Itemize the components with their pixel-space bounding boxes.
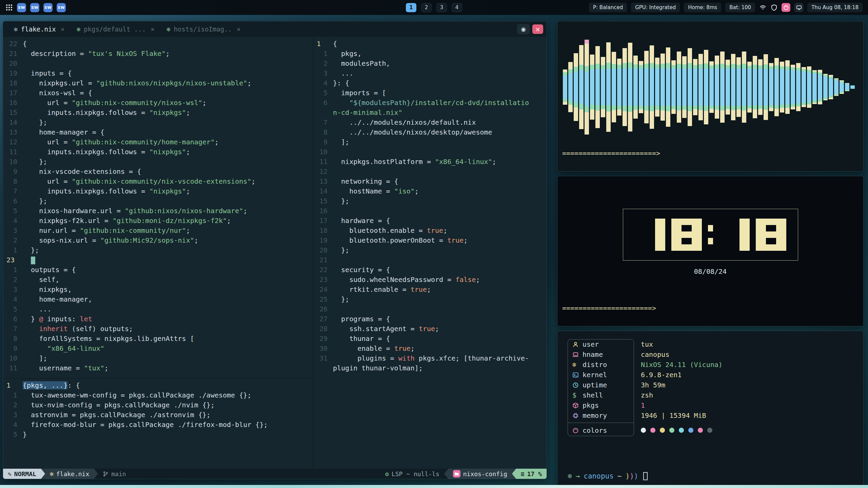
visualizer-column bbox=[850, 85, 855, 89]
line-number: 26 bbox=[313, 304, 333, 314]
tab-hosts-isoimage[interactable]: ❄ hosts/isoImag.. × bbox=[161, 21, 247, 37]
line-number: 8 bbox=[313, 127, 333, 137]
fetch-divider bbox=[568, 421, 852, 425]
tab-pkgs-default[interactable]: ❄ pkgs/default ... × bbox=[71, 21, 160, 37]
clock-terminal-window[interactable]: 08/08/24 ======================> Playing… bbox=[557, 176, 864, 326]
mode-label: NORMAL bbox=[14, 470, 36, 477]
taskbar-app-icon[interactable]: SW bbox=[57, 3, 66, 12]
package-icon bbox=[572, 402, 583, 409]
workspace-tag-2[interactable]: 2 bbox=[421, 3, 432, 12]
line-number: 8 bbox=[3, 177, 23, 186]
palette-dot bbox=[660, 428, 665, 433]
visualizer-column bbox=[623, 48, 627, 126]
workspace-tag-4[interactable]: 4 bbox=[452, 3, 462, 12]
shell-prompt[interactable]: ❄ → canopus ~ ))) bbox=[568, 472, 648, 480]
tty-clock: 08/08/24 bbox=[562, 180, 859, 304]
code-line: 11 username = "tux"; bbox=[3, 363, 313, 373]
taskbar-app-icon[interactable]: SW bbox=[17, 3, 26, 12]
fetch-label: distro bbox=[583, 361, 633, 369]
code-line: plugin thunar-volman]; bbox=[313, 363, 547, 373]
tab-close-icon[interactable]: × bbox=[237, 25, 240, 33]
code-line: 15 inputs.nixpkgs.follows = "nixpkgs"; bbox=[3, 108, 313, 118]
now-playing-line: Playing: ffee for your head) ** ♪ beabad… bbox=[562, 158, 859, 167]
code-line: 31 plugins = with pkgs.xfce; [thunar-arc… bbox=[313, 353, 547, 363]
line-number: 4 bbox=[313, 78, 333, 88]
player-separator: =======================> bbox=[562, 149, 859, 158]
palette-icon[interactable] bbox=[782, 3, 790, 12]
folder-icon bbox=[453, 470, 460, 477]
code-line: 2 self, bbox=[3, 275, 313, 285]
visualizer-column bbox=[780, 62, 784, 113]
workspace-tag-1[interactable]: 1 bbox=[406, 3, 416, 12]
visualizer-column bbox=[633, 56, 638, 119]
pane-flake-nix[interactable]: 22{21 description = "tux's NixOS Flake";… bbox=[3, 37, 313, 378]
code-line: n-cd-minimal.nix" bbox=[313, 108, 547, 118]
clock-widget[interactable]: Thu Aug 08, 18:18 bbox=[807, 3, 863, 12]
clock-icon bbox=[572, 382, 583, 388]
clock-digit bbox=[756, 219, 786, 251]
visualizer-column bbox=[688, 48, 692, 126]
code-line: 8 url = "github:nix-community/nix-vscode… bbox=[3, 177, 313, 186]
line-number: 11 bbox=[313, 157, 333, 167]
fetch-terminal-window[interactable]: usertuxhnamecanopus❄distroNixOS 24.11 (V… bbox=[557, 331, 864, 486]
power-profile-status: P: Balanced bbox=[589, 3, 627, 12]
tab-close-icon[interactable]: × bbox=[61, 25, 64, 33]
line-number: 25 bbox=[313, 294, 333, 304]
visualizer-column bbox=[785, 60, 790, 114]
line-number: 2 bbox=[3, 236, 23, 245]
fetch-value: zsh bbox=[641, 391, 653, 399]
prompt-chevron: ) bbox=[634, 472, 638, 480]
visualizer-column bbox=[731, 54, 735, 120]
git-branch-icon bbox=[103, 471, 108, 477]
line-number: 3 bbox=[3, 285, 23, 294]
code-line: 5 nixos-hardware.url = "github:nixos/nix… bbox=[3, 206, 313, 216]
line-number: 2 bbox=[313, 59, 333, 68]
network-icon[interactable] bbox=[759, 4, 766, 11]
display-icon[interactable] bbox=[794, 3, 803, 12]
workspace-tag-3[interactable]: 3 bbox=[436, 3, 447, 12]
line-number: 7 bbox=[3, 324, 23, 334]
code-line: 21 bbox=[313, 255, 547, 265]
clock-digit bbox=[635, 219, 665, 251]
visualizer-column bbox=[628, 43, 632, 131]
line-number: 22 bbox=[313, 265, 333, 275]
editor-window[interactable]: ❄ flake.nix × ❄ pkgs/default ... × ❄ hos… bbox=[3, 21, 547, 479]
taskbar-app-icon[interactable]: SW bbox=[43, 3, 53, 12]
code-line: 14 hostName = "iso"; bbox=[313, 186, 547, 196]
shield-icon[interactable] bbox=[770, 4, 777, 11]
pane-iso-image[interactable]: 1{1 pkgs,2 modulesPath,3 ...4}: {5 impor… bbox=[313, 37, 547, 469]
window-close-button[interactable]: × bbox=[532, 24, 543, 34]
fetch-value: 1946 | 15394 MiB bbox=[641, 411, 706, 420]
code-line: 12 url = "github:nix-community/home-mana… bbox=[3, 137, 313, 147]
fetch-value: 3h 59m bbox=[641, 381, 665, 389]
code-line: 21 description = "tux's NixOS Flake"; bbox=[3, 49, 313, 59]
palette-dot bbox=[698, 428, 703, 433]
code-line: 1 tux-awesome-wm-config = pkgs.callPacka… bbox=[3, 390, 313, 400]
host-icon: ❄ bbox=[568, 472, 572, 480]
code-line: 1{pkgs, ...}: { bbox=[3, 381, 313, 390]
line-number: 23 bbox=[313, 275, 333, 285]
tab-close-icon[interactable]: × bbox=[151, 25, 154, 33]
code-line: 22 security = { bbox=[313, 265, 547, 275]
line-number: 24 bbox=[313, 285, 333, 294]
nix-file-icon: ❄ bbox=[77, 26, 80, 33]
powerline-separator bbox=[94, 469, 98, 479]
code-line: 25 }; bbox=[313, 294, 547, 304]
visualizer-column bbox=[606, 42, 611, 132]
line-number: 17 bbox=[313, 216, 333, 226]
window-toggle-button[interactable]: ◉ bbox=[517, 24, 530, 34]
app-launcher-icon[interactable] bbox=[5, 4, 13, 11]
taskbar-app-icon[interactable]: SW bbox=[30, 3, 39, 12]
visualizer-column bbox=[747, 62, 752, 113]
window-controls: ◉ × bbox=[517, 24, 543, 34]
pane-pkgs-default[interactable]: 1{pkgs, ...}: {1 tux-awesome-wm-config =… bbox=[3, 378, 313, 469]
code-line: 1 outputs = { bbox=[3, 265, 313, 275]
visualizer-column bbox=[682, 56, 687, 118]
visualizer-terminal-window[interactable]: =======================> Playing: ffee f… bbox=[557, 21, 864, 171]
line-number: 15 bbox=[3, 108, 23, 118]
code-line: 9 nix-vscode-extensions = { bbox=[3, 167, 313, 177]
line-number: 3 bbox=[3, 410, 23, 420]
tab-flake-nix[interactable]: ❄ flake.nix × bbox=[8, 21, 71, 37]
line-number: 20 bbox=[3, 59, 23, 68]
code-line: 8 ../../modules/nixos/desktop/awesome bbox=[313, 127, 547, 137]
